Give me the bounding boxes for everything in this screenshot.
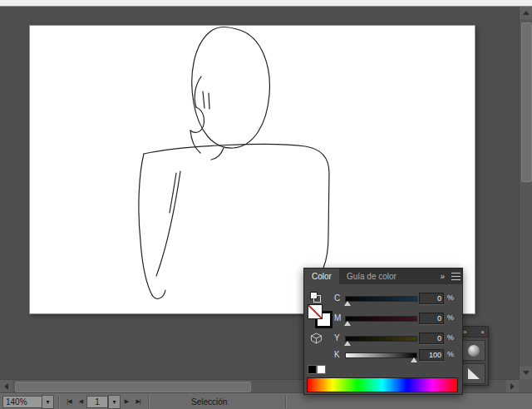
black-white-swatch-pair — [308, 365, 326, 373]
vertical-scrollbar[interactable] — [519, 7, 532, 379]
fill-stroke-mini-proxy-icon[interactable] — [310, 292, 320, 302]
yellow-slider-row: Y 0 % — [334, 333, 461, 350]
slider-thumb-icon[interactable] — [411, 357, 417, 362]
channel-label: M — [334, 313, 341, 323]
white-swatch[interactable] — [317, 365, 326, 374]
magenta-value-field[interactable]: 0 — [419, 313, 444, 324]
brush-wedge-icon — [468, 368, 480, 379]
yellow-value-field[interactable]: 0 — [419, 333, 444, 344]
channel-label: Y — [334, 333, 340, 342]
artboard-number-field[interactable]: 1 — [86, 396, 108, 408]
color-spectrum-bar[interactable] — [307, 377, 458, 392]
yellow-slider[interactable] — [345, 336, 417, 342]
black-slider-row: K 100 % — [334, 350, 461, 367]
channel-label: C — [334, 293, 340, 303]
percent-label: % — [447, 313, 454, 322]
symbols-panel-button[interactable] — [462, 340, 485, 361]
close-panel-button[interactable]: × — [480, 328, 485, 336]
mini-stroke-square — [313, 295, 321, 303]
color-panel-body: C 0 % M 0 % Y 0 % — [304, 284, 462, 394]
left-arrow-icon — [4, 383, 8, 390]
percent-label: % — [447, 293, 454, 302]
cyan-value-field[interactable]: 0 — [419, 293, 444, 304]
brushes-panel-button[interactable] — [462, 363, 485, 384]
zoom-level-field[interactable]: 140% — [2, 396, 42, 408]
percent-label: % — [447, 350, 454, 358]
scroll-up-button[interactable] — [520, 7, 532, 19]
black-slider[interactable] — [345, 352, 417, 358]
sphere-icon — [468, 345, 480, 357]
tab-color[interactable]: Color — [304, 269, 339, 284]
illustrator-workspace: 140% ▾ |◀ ◀ 1 ▾ ▶ ▶| Selección » × Color… — [0, 0, 532, 409]
previous-artboard-button[interactable]: ◀ — [75, 396, 86, 407]
last-artboard-button[interactable]: ▶| — [132, 396, 144, 407]
collapsed-panel-header: » × — [460, 327, 488, 338]
color-panel-tabbar: Color Guía de color » — [304, 269, 462, 284]
status-bar: 140% ▾ |◀ ◀ 1 ▾ ▶ ▶| Selección — [0, 392, 532, 409]
panel-menu-button[interactable] — [449, 269, 462, 284]
slider-thumb-icon[interactable] — [344, 321, 351, 326]
divider — [148, 396, 149, 408]
magenta-slider-row: M 0 % — [334, 313, 461, 330]
black-value-field[interactable]: 100 — [419, 349, 444, 361]
collapsed-panel-dock: » × — [459, 326, 489, 386]
expand-panels-button[interactable]: » — [463, 328, 466, 336]
down-arrow-icon — [523, 371, 530, 375]
divider — [285, 396, 286, 408]
options-bar-edge — [0, 0, 532, 7]
slider-thumb-icon[interactable] — [344, 341, 351, 346]
magenta-slider[interactable] — [345, 316, 417, 322]
slider-thumb-icon[interactable] — [344, 301, 351, 306]
scroll-down-button[interactable] — [520, 367, 532, 379]
first-artboard-button[interactable]: |◀ — [63, 396, 75, 407]
percent-label: % — [447, 333, 454, 342]
up-arrow-icon — [523, 11, 530, 15]
next-artboard-button[interactable]: ▶ — [121, 396, 132, 407]
channel-label: K — [334, 350, 340, 359]
black-swatch[interactable] — [308, 365, 317, 374]
tab-guia-de-color[interactable]: Guía de color — [339, 269, 404, 284]
scroll-left-button[interactable] — [0, 380, 12, 392]
scrollbar-corner — [519, 379, 532, 392]
horizontal-scroll-thumb[interactable] — [15, 382, 251, 392]
vertical-scroll-thumb[interactable] — [521, 22, 532, 182]
cyan-slider-row: C 0 % — [334, 293, 461, 310]
color-panel: Color Guía de color » — [303, 268, 463, 395]
right-arrow-icon — [510, 383, 515, 390]
web-safe-cube-icon[interactable] — [310, 333, 323, 347]
collapse-to-icons-button[interactable]: » — [436, 269, 449, 284]
artboard-dropdown-button[interactable]: ▾ — [108, 395, 121, 409]
zoom-dropdown-button[interactable]: ▾ — [42, 395, 54, 409]
status-text: Selección — [191, 397, 281, 407]
cyan-slider[interactable] — [345, 296, 417, 302]
scroll-right-button[interactable] — [506, 380, 519, 392]
hamburger-menu-icon — [451, 273, 461, 280]
fill-proxy-swatch-none[interactable] — [308, 304, 323, 319]
divider — [58, 396, 59, 408]
